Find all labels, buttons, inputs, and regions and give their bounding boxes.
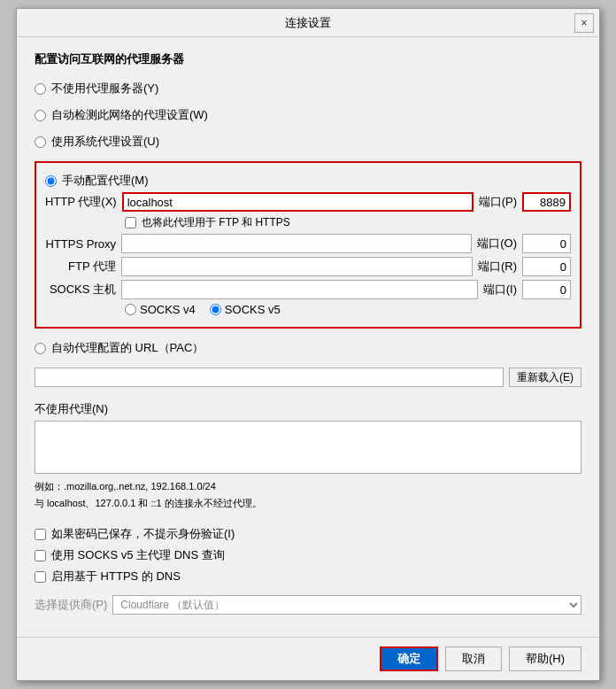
dns-check-row: 使用 SOCKS v5 主代理 DNS 查询 — [35, 547, 581, 563]
no-proxy-textarea[interactable] — [35, 421, 581, 474]
pac-radio-row: 自动代理配置的 URL（PAC） — [35, 340, 581, 356]
system-proxy-radio-row: 使用系统代理设置(U) — [35, 134, 581, 150]
socks-v4-radio[interactable] — [125, 304, 136, 315]
socks-v5-radio[interactable] — [210, 304, 221, 315]
close-button[interactable]: × — [574, 13, 594, 33]
manual-proxy-label[interactable]: 手动配置代理(M) — [62, 173, 149, 189]
https-proxy-row: HTTPS Proxy 端口(O) — [45, 234, 571, 253]
reload-button[interactable]: 重新载入(E) — [509, 368, 581, 387]
http-port-input[interactable] — [522, 192, 571, 212]
https-port-label: 端口(O) — [477, 236, 517, 252]
hint-text-1: 例如：.mozilla.org,.net.nz, 192.168.1.0/24 — [35, 480, 581, 493]
https-proxy-label: HTTPS Proxy — [45, 237, 116, 251]
manual-proxy-section: 手动配置代理(M) HTTP 代理(X) 端口(P) 也将此代理用于 FTP 和… — [35, 161, 581, 329]
auto-detect-radio[interactable] — [35, 110, 46, 121]
title-bar: 连接设置 × — [17, 9, 599, 37]
provider-label: 选择提供商(P) — [35, 597, 107, 613]
no-proxy-section-label: 不使用代理(N) — [35, 401, 581, 417]
system-proxy-radio[interactable] — [35, 136, 46, 148]
https-dns-check-row: 启用基于 HTTPS 的 DNS — [35, 569, 581, 584]
dialog-title: 连接设置 — [285, 15, 331, 31]
http-proxy-row: HTTP 代理(X) 端口(P) — [45, 192, 571, 212]
https-dns-label[interactable]: 启用基于 HTTPS 的 DNS — [51, 569, 181, 584]
bottom-checkboxes: 如果密码已保存，不提示身份验证(I) 使用 SOCKS v5 主代理 DNS 查… — [35, 526, 581, 584]
socks-version-row: SOCKS v4 SOCKS v5 — [45, 303, 571, 316]
pac-radio[interactable] — [35, 343, 46, 354]
manual-proxy-radio-row: 手动配置代理(M) — [45, 173, 571, 189]
system-proxy-label[interactable]: 使用系统代理设置(U) — [51, 134, 159, 150]
socks-port-label: 端口(I) — [483, 282, 517, 298]
dialog-content: 配置访问互联网的代理服务器 不使用代理服务器(Y) 自动检测此网络的代理设置(W… — [17, 37, 599, 637]
socks-v5-item: SOCKS v5 — [210, 303, 281, 316]
auth-checkbox[interactable] — [35, 529, 46, 540]
ftp-port-input[interactable] — [522, 257, 571, 276]
socks-v4-item: SOCKS v4 — [125, 303, 196, 316]
pac-input[interactable] — [35, 368, 504, 387]
socks-host-row: SOCKS 主机 端口(I) — [45, 280, 571, 299]
no-proxy-section: 不使用代理(N) 例如：.mozilla.org,.net.nz, 192.16… — [35, 401, 581, 514]
http-proxy-label: HTTP 代理(X) — [45, 194, 117, 210]
hint-text-2: 与 localhost、127.0.0.1 和 ::1 的连接永不经过代理。 — [35, 497, 581, 510]
also-use-checkbox-row: 也将此代理用于 FTP 和 HTTPS — [45, 215, 571, 230]
socks-host-input[interactable] — [121, 280, 478, 299]
provider-row: 选择提供商(P) Cloudflare （默认值） — [35, 595, 581, 615]
section-heading: 配置访问互联网的代理服务器 — [35, 51, 581, 67]
https-dns-checkbox[interactable] — [35, 571, 46, 583]
no-proxy-radio-row: 不使用代理服务器(Y) — [35, 81, 581, 97]
auto-detect-radio-row: 自动检测此网络的代理设置(W) — [35, 107, 581, 123]
https-proxy-input[interactable] — [121, 234, 472, 253]
provider-select[interactable]: Cloudflare （默认值） — [112, 595, 581, 615]
dns-label[interactable]: 使用 SOCKS v5 主代理 DNS 查询 — [51, 547, 225, 563]
help-button[interactable]: 帮助(H) — [509, 646, 581, 671]
socks-host-label: SOCKS 主机 — [45, 282, 116, 298]
also-use-label[interactable]: 也将此代理用于 FTP 和 HTTPS — [142, 215, 290, 230]
http-port-label: 端口(P) — [479, 194, 517, 210]
https-port-input[interactable] — [522, 234, 571, 253]
manual-proxy-radio[interactable] — [45, 175, 57, 187]
dns-checkbox[interactable] — [35, 550, 46, 561]
no-proxy-radio[interactable] — [35, 83, 46, 95]
also-use-checkbox[interactable] — [125, 217, 136, 228]
auth-label[interactable]: 如果密码已保存，不提示身份验证(I) — [51, 526, 235, 542]
http-proxy-input[interactable] — [122, 192, 474, 212]
pac-input-row: 重新载入(E) — [35, 368, 581, 387]
socks-v4-label[interactable]: SOCKS v4 — [140, 303, 196, 316]
auth-check-row: 如果密码已保存，不提示身份验证(I) — [35, 526, 581, 542]
auto-detect-label[interactable]: 自动检测此网络的代理设置(W) — [51, 107, 208, 123]
dialog-footer: 确定 取消 帮助(H) — [17, 637, 599, 680]
socks-port-input[interactable] — [522, 280, 571, 299]
socks-v5-label[interactable]: SOCKS v5 — [225, 303, 281, 316]
no-proxy-label[interactable]: 不使用代理服务器(Y) — [51, 81, 158, 97]
ftp-proxy-row: FTP 代理 端口(R) — [45, 257, 571, 276]
ftp-proxy-label: FTP 代理 — [45, 259, 116, 275]
ok-button[interactable]: 确定 — [380, 646, 438, 671]
cancel-button[interactable]: 取消 — [445, 646, 502, 671]
ftp-proxy-input[interactable] — [121, 257, 473, 276]
ftp-port-label: 端口(R) — [478, 259, 517, 275]
pac-label[interactable]: 自动代理配置的 URL（PAC） — [51, 340, 204, 356]
connection-settings-dialog: 连接设置 × 配置访问互联网的代理服务器 不使用代理服务器(Y) 自动检测此网络… — [16, 8, 600, 681]
